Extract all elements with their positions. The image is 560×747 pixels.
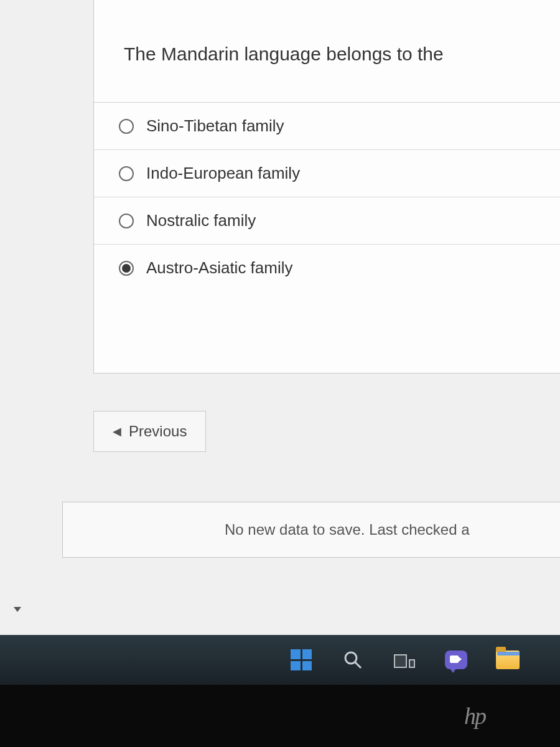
option-indo-european[interactable]: Indo-European family: [94, 150, 560, 197]
file-explorer-button[interactable]: [496, 648, 520, 672]
option-list: Sino-Tibetan family Indo-European family…: [94, 102, 560, 306]
hp-logo: hp: [464, 702, 485, 730]
nav-row: ◀ Previous: [93, 411, 560, 452]
svg-point-0: [345, 652, 357, 664]
option-label: Nostralic family: [146, 211, 256, 230]
radio-icon[interactable]: [119, 214, 134, 228]
save-status-panel: No new data to save. Last checked a: [62, 502, 560, 558]
radio-icon[interactable]: [119, 166, 134, 181]
radio-icon[interactable]: [119, 119, 134, 134]
monitor-bezel: hp: [0, 685, 560, 747]
option-austro-asiatic[interactable]: Austro-Asiatic family: [94, 245, 560, 306]
taskbar: [0, 635, 560, 685]
chat-icon: [445, 651, 467, 669]
task-view-icon: [394, 652, 415, 668]
radio-icon-selected[interactable]: [119, 261, 134, 276]
folder-icon: [496, 651, 520, 669]
previous-button[interactable]: ◀ Previous: [93, 411, 206, 452]
option-label: Indo-European family: [146, 164, 300, 183]
arrow-left-icon: ◀: [113, 425, 121, 438]
option-label: Austro-Asiatic family: [146, 258, 293, 278]
scroll-down-icon[interactable]: [14, 607, 21, 612]
question-prompt: The Mandarin language belongs to the: [94, 0, 560, 102]
page-content: The Mandarin language belongs to the Sin…: [0, 0, 560, 635]
previous-label: Previous: [129, 423, 187, 440]
question-card: The Mandarin language belongs to the Sin…: [93, 0, 560, 374]
chat-button[interactable]: [444, 648, 468, 672]
svg-line-1: [355, 662, 361, 668]
search-button[interactable]: [341, 648, 365, 672]
option-label: Sino-Tibetan family: [146, 116, 284, 136]
task-view-button[interactable]: [393, 648, 416, 672]
start-button[interactable]: [289, 648, 313, 672]
save-status-text: No new data to save. Last checked a: [225, 521, 470, 538]
option-nostralic[interactable]: Nostralic family: [94, 197, 560, 245]
search-icon: [343, 650, 363, 670]
option-sino-tibetan[interactable]: Sino-Tibetan family: [94, 103, 560, 150]
windows-icon: [291, 649, 312, 670]
